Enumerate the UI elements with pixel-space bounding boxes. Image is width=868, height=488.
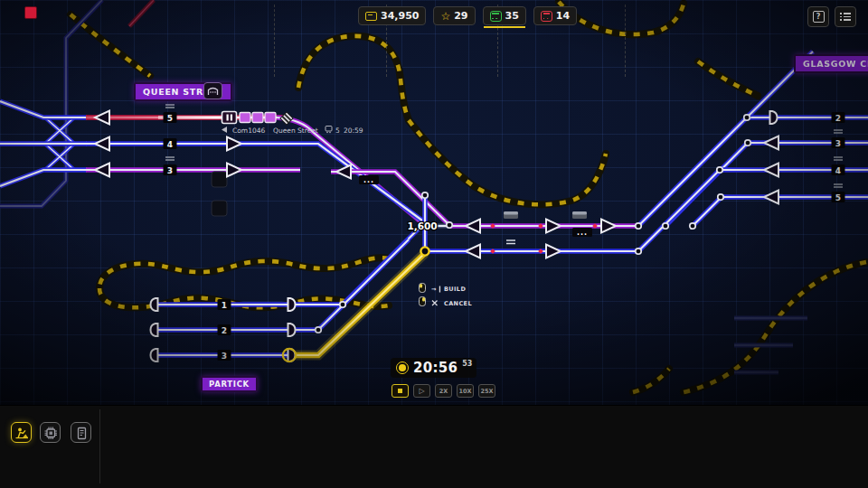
route-dots-label: ... xyxy=(363,176,374,184)
signal-right[interactable] xyxy=(227,164,241,177)
build-toolbar: 1.19.2 xyxy=(0,405,868,488)
signal-left[interactable] xyxy=(764,136,778,150)
platform-number: 3 xyxy=(835,139,841,148)
tracks[interactable] xyxy=(0,0,868,372)
signal-left[interactable] xyxy=(95,137,109,151)
stars-value: 29 xyxy=(454,10,467,22)
platform-number: 2 xyxy=(222,326,227,335)
signal-left[interactable] xyxy=(466,220,480,233)
svg-text:→: → xyxy=(431,286,437,293)
sensor[interactable] xyxy=(504,211,518,219)
train-platform: 5 xyxy=(335,127,340,135)
map-corner-marker xyxy=(24,6,37,19)
pause-icon xyxy=(398,389,402,393)
track-end-cap[interactable] xyxy=(770,111,778,124)
train-pause-icon xyxy=(222,112,237,124)
signal-left[interactable] xyxy=(764,164,778,177)
train-com1046[interactable]: Com1046 Queen Street 5 20:59 xyxy=(222,112,363,136)
signal-left[interactable] xyxy=(764,191,778,204)
cancel-x-icon xyxy=(432,301,438,306)
track-end-cap[interactable] xyxy=(150,324,157,336)
platform-number: 1 xyxy=(222,301,227,310)
svg-text:Com1046 Queen Stre: Com1046 Queen Street 5 20:59 xyxy=(232,127,363,135)
speed-play-button[interactable]: ▷ xyxy=(413,384,430,398)
speed-2x-button[interactable]: 2X xyxy=(435,384,452,398)
signal-left[interactable] xyxy=(336,165,351,179)
train-wagon xyxy=(265,113,276,123)
sensor[interactable] xyxy=(506,240,515,244)
platform-number: 2 xyxy=(835,114,841,123)
section-separator xyxy=(625,5,626,77)
trains-ok-count: 35 xyxy=(505,10,519,22)
build-mode-button[interactable] xyxy=(11,422,32,443)
trains-alert-pill[interactable]: 14 xyxy=(533,6,577,25)
automation-mode-button[interactable] xyxy=(40,422,61,443)
platform-number: 3 xyxy=(167,166,173,175)
money-pill: 34,950 xyxy=(358,6,426,25)
train-wagon xyxy=(252,113,263,123)
money-value: 34,950 xyxy=(381,10,419,22)
cancel-hint-label: CANCEL xyxy=(444,300,472,307)
construction-worker-icon xyxy=(14,426,29,440)
resource-bar: 34,950 ☆ 29 35 14 xyxy=(358,6,577,25)
chip-icon xyxy=(43,426,58,440)
station-arch-icon xyxy=(207,86,219,96)
train-label: Com1046 Queen Street 5 20:59 xyxy=(222,127,363,136)
station-badge-partick[interactable]: Partick xyxy=(201,376,258,392)
route-dots-label: ... xyxy=(577,229,588,237)
money-icon xyxy=(365,12,377,21)
selected-node[interactable] xyxy=(420,247,429,255)
map-canvas[interactable]: Com1046 Queen Street 5 20:59 5 4 3 1 xyxy=(0,0,868,405)
toolbar-divider xyxy=(99,409,100,483)
game-clock: 20:56 53 xyxy=(391,358,476,378)
track-end-cap[interactable] xyxy=(150,298,157,311)
dim-button xyxy=(212,201,227,216)
build-hint-label: BUILD xyxy=(444,286,466,293)
journal-icon xyxy=(74,426,89,440)
platform-icon xyxy=(326,127,332,134)
signal-right[interactable] xyxy=(546,220,561,233)
sensor[interactable] xyxy=(572,211,587,219)
section-separator xyxy=(274,5,275,77)
trains-alert-count: 14 xyxy=(556,10,570,22)
signal-right[interactable] xyxy=(227,137,241,151)
speed-pause-button[interactable] xyxy=(392,384,409,398)
stars-pill: ☆ 29 xyxy=(433,6,475,25)
signal-left[interactable] xyxy=(466,245,480,258)
platform-number: 4 xyxy=(167,140,173,149)
station-badge-glasgow-central[interactable]: Glasgow Central xyxy=(794,54,868,73)
star-icon: ☆ xyxy=(440,11,450,22)
speed-25x-button[interactable]: 25X xyxy=(478,384,495,398)
signal-right[interactable] xyxy=(601,220,616,233)
help-button[interactable]: ? xyxy=(807,6,829,27)
menu-button[interactable] xyxy=(835,6,856,27)
track-end-cap[interactable] xyxy=(288,324,296,336)
help-icon: ? xyxy=(813,11,825,23)
track-end-cap[interactable] xyxy=(288,298,296,311)
track-map[interactable]: Com1046 Queen Street 5 20:59 5 4 3 1 xyxy=(0,0,868,405)
rail-route-game-window: Com1046 Queen Street 5 20:59 5 4 3 1 xyxy=(0,0,868,488)
train-wagon xyxy=(240,113,250,123)
train-alert-icon xyxy=(541,11,552,22)
train-name: Com1046 xyxy=(232,127,265,135)
platform-number: 4 xyxy=(835,166,841,175)
station-detail-button[interactable] xyxy=(203,82,222,99)
platform-number: 3 xyxy=(222,352,227,361)
journal-button[interactable] xyxy=(71,422,91,443)
reward-label: 1,600 xyxy=(407,221,437,231)
clock-time: 20:56 xyxy=(413,360,458,376)
speed-10x-button[interactable]: 10X xyxy=(457,384,474,398)
platform-number: 5 xyxy=(167,114,173,123)
train-arrival-time: 20:59 xyxy=(344,127,363,135)
train-head-marker xyxy=(280,112,293,125)
signal-left[interactable] xyxy=(95,164,109,177)
trains-ok-pill[interactable]: 35 xyxy=(483,6,526,25)
direction-arrow-icon xyxy=(222,127,227,133)
signal-left[interactable] xyxy=(95,111,109,125)
dim-button xyxy=(212,172,227,187)
track-end-cap[interactable] xyxy=(150,349,157,361)
speed-controls: ▷ 2X 10X 25X xyxy=(392,384,495,398)
list-menu-icon xyxy=(840,13,850,21)
signal-right[interactable] xyxy=(546,245,561,258)
train-destination: Queen Street xyxy=(273,127,318,135)
